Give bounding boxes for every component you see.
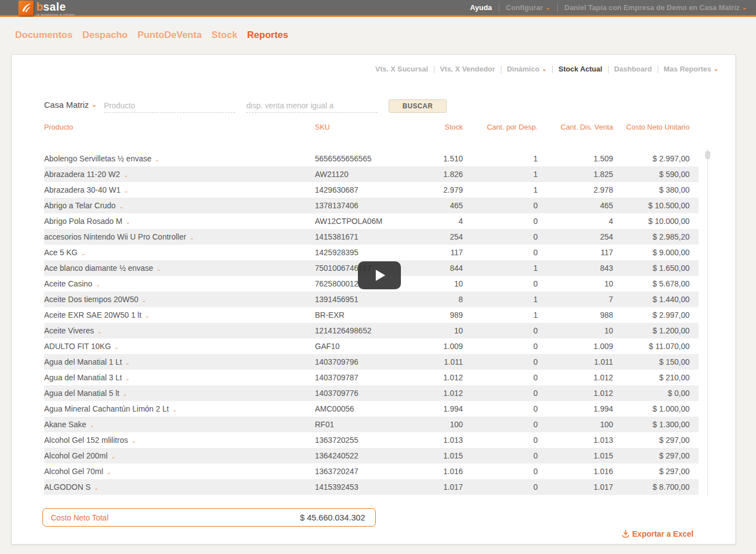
chevron-down-icon[interactable]: ⌄ <box>123 391 127 397</box>
cant-por-desp-cell: 0 <box>463 385 538 401</box>
chevron-down-icon[interactable]: ⌄ <box>156 266 161 272</box>
product-cell: Aceite EXR SAE 20W50 1 lt⌄ <box>44 307 315 323</box>
product-cell: Aceite Casino⌄ <box>44 276 315 292</box>
product-filter-input[interactable] <box>104 98 235 113</box>
nav-documentos[interactable]: Documentos <box>15 30 73 40</box>
nav-despacho[interactable]: Despacho <box>82 30 127 40</box>
product-name: Agua del Manatial 5 lt <box>44 389 119 398</box>
cant-por-desp-cell: 0 <box>463 354 538 370</box>
costo-neto-unitario-cell: $ 210,00 <box>613 370 698 385</box>
nav-reportes[interactable]: Reportes <box>247 30 289 40</box>
play-icon <box>376 270 385 281</box>
costo-neto-unitario-cell: $ 11.070,00 <box>613 338 698 354</box>
sku-cell: RF01 <box>315 417 410 432</box>
sku-cell: GAF10 <box>315 338 410 354</box>
table-row: Akane Sake⌄ RF01 100 0 100 $ 1.300,00 <box>44 417 698 432</box>
chevron-down-icon[interactable]: ⌄ <box>145 313 149 319</box>
chevron-down-icon[interactable]: ⌄ <box>114 344 119 350</box>
bsale-logo[interactable]: bsale te ayudamos a vender <box>18 0 75 16</box>
chevron-down-icon[interactable]: ⌄ <box>95 281 100 288</box>
cant-dis-venta-cell: 10 <box>538 276 613 292</box>
chevron-down-icon: ⌄ <box>546 4 551 11</box>
product-name: Ace 5 KG <box>44 248 78 257</box>
chevron-down-icon[interactable]: ⌄ <box>107 469 111 475</box>
product-cell: Ace 5 KG⌄ <box>44 245 315 260</box>
cant-dis-venta-cell: 465 <box>538 198 613 213</box>
buscar-button[interactable]: BUSCAR <box>389 99 447 113</box>
chevron-down-icon[interactable]: ⌄ <box>125 375 130 381</box>
topbar-divider <box>557 3 558 12</box>
disp-venta-filter-input[interactable] <box>246 98 377 113</box>
chevron-down-icon[interactable]: ⌄ <box>111 453 116 460</box>
configure-menu[interactable]: Configurar ⌄ <box>506 3 551 12</box>
costo-neto-unitario-cell: $ 380,00 <box>613 182 698 198</box>
chevron-down-icon[interactable]: ⌄ <box>94 485 98 491</box>
table-row: Agua del Manatial 5 lt⌄ 1403709776 1.012… <box>44 385 698 401</box>
table-scrollbar-track <box>707 150 708 496</box>
sku-cell: 1363720255 <box>315 432 410 448</box>
chevron-down-icon[interactable]: ⌄ <box>155 156 159 163</box>
table-row: Ace 5 KG⌄ 1425928395 117 0 117 $ 9.000,0… <box>44 245 698 260</box>
chevron-down-icon[interactable]: ⌄ <box>97 328 102 335</box>
chevron-down-icon[interactable]: ⌄ <box>125 360 130 366</box>
chevron-down-icon[interactable]: ⌄ <box>124 188 128 194</box>
sku-cell: AMC00056 <box>315 401 410 417</box>
chevron-down-icon[interactable]: ⌄ <box>81 250 85 256</box>
product-cell: Abrazadera 11-20 W2⌄ <box>44 166 315 182</box>
costo-neto-unitario-cell: $ 590,00 <box>613 166 698 182</box>
subnav-vts-x-vendedor[interactable]: Vts. X Vendedor <box>440 65 495 73</box>
cant-por-desp-cell: 0 <box>463 432 538 448</box>
product-name: Akane Sake <box>44 420 87 429</box>
table-row: Abrazadera 11-20 W2⌄ AW21120 1.826 1 1.8… <box>44 166 698 182</box>
cant-por-desp-cell: 1 <box>463 292 538 307</box>
branch-select[interactable]: Casa Matriz ⌄ <box>44 100 97 109</box>
chevron-down-icon: ⌄ <box>714 66 719 72</box>
stock-cell: 1.009 <box>410 338 463 354</box>
export-excel-link[interactable]: Exportar a Excel <box>622 529 693 538</box>
product-cell: Agua Mineral Cachantún Limón 2 Lt⌄ <box>44 401 315 417</box>
export-excel-label: Exportar a Excel <box>632 529 693 538</box>
subnav-vts-x-sucursal[interactable]: Vts. X Sucursal <box>375 65 428 73</box>
cant-dis-venta-cell: 843 <box>538 260 613 276</box>
chevron-down-icon[interactable]: ⌄ <box>131 438 136 444</box>
cant-por-desp-cell: 0 <box>463 323 538 338</box>
bsale-logo-text: bsale te ayudamos a vender <box>36 1 75 16</box>
subnav-stock-actual[interactable]: Stock Actual <box>558 65 602 73</box>
subnav-dinamico[interactable]: Dinámico ⌄ <box>507 65 547 73</box>
chevron-down-icon[interactable]: ⌄ <box>90 422 94 428</box>
costo-neto-unitario-cell: $ 1.650,00 <box>613 260 698 276</box>
nav-stock[interactable]: Stock <box>212 30 237 40</box>
chevron-down-icon[interactable]: ⌄ <box>189 235 194 241</box>
table-row: Agua del Manatial 3 Lt⌄ 1403709787 1.012… <box>44 370 698 385</box>
chevron-down-icon[interactable]: ⌄ <box>142 297 146 303</box>
stock-cell: 10 <box>410 323 463 338</box>
product-cell: Agua del Manatial 3 Lt⌄ <box>44 370 315 385</box>
subnav-divider <box>552 65 553 73</box>
cant-dis-venta-cell: 1.012 <box>538 385 613 401</box>
product-cell: Alcohol Gel 200ml⌄ <box>44 448 315 464</box>
stock-cell: 1.013 <box>410 432 463 448</box>
sku-cell: 1425928395 <box>315 245 410 260</box>
chevron-down-icon[interactable]: ⌄ <box>119 203 123 209</box>
table-row: Abrigo a Telar Crudo⌄ 1378137406 465 0 4… <box>44 198 698 213</box>
user-menu[interactable]: Daniel Tapia con Empresa de Demo en Casa… <box>564 3 747 12</box>
costo-neto-unitario-cell: $ 1.300,00 <box>613 417 698 432</box>
chevron-down-icon: ⌄ <box>542 66 547 72</box>
chevron-down-icon[interactable]: ⌄ <box>123 172 128 178</box>
nav-puntodeventa[interactable]: PuntoDeVenta <box>137 30 202 40</box>
product-name: accesorios Nintendo Wii U Pro Controller <box>44 232 186 241</box>
stock-cell: 1.510 <box>410 151 463 166</box>
subnav-mas-reportes[interactable]: Mas Reportes ⌄ <box>664 65 719 73</box>
total-label: Costo Neto Total <box>51 513 108 522</box>
video-play-button[interactable] <box>358 261 401 289</box>
subnav-dashboard[interactable]: Dashboard <box>614 65 652 73</box>
cant-dis-venta-cell: 2.978 <box>538 182 613 198</box>
chevron-down-icon[interactable]: ⌄ <box>172 407 176 413</box>
help-link[interactable]: Ayuda <box>470 3 492 12</box>
costo-neto-unitario-cell: $ 150,00 <box>613 354 698 370</box>
sku-cell: 1403709796 <box>315 354 410 370</box>
stock-cell: 100 <box>410 417 463 432</box>
sku-cell: 1363720247 <box>315 464 410 479</box>
table-scrollbar-thumb[interactable] <box>705 151 710 159</box>
chevron-down-icon[interactable]: ⌄ <box>126 219 130 225</box>
